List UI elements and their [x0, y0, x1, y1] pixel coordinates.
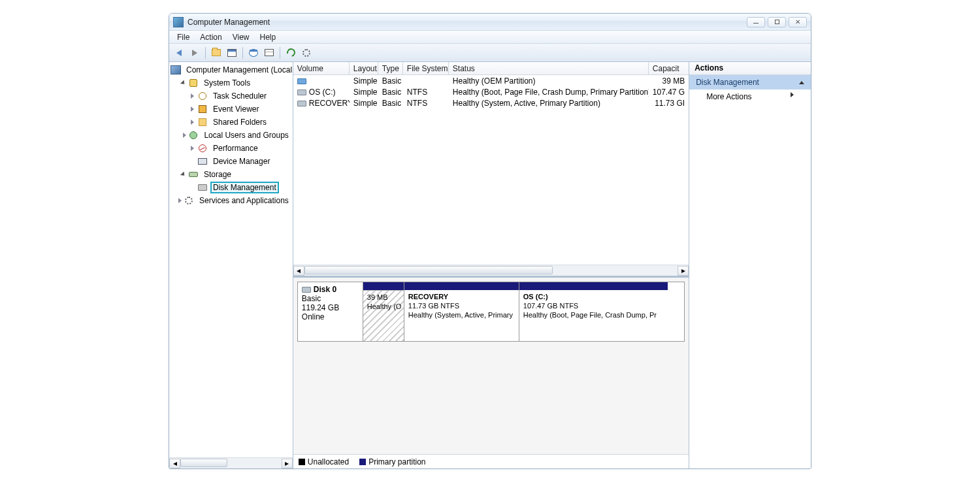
up-button[interactable] — [209, 46, 223, 60]
event-icon — [199, 105, 206, 113]
partition[interactable]: OS (C:)107.47 GB NTFSHealthy (Boot, Page… — [519, 282, 668, 341]
partition-bar — [363, 282, 404, 290]
refresh-icon — [285, 47, 297, 59]
scroll-thumb[interactable] — [304, 266, 553, 274]
arrow-right-icon — [192, 50, 197, 56]
partition[interactable]: RECOVERY11.73 GB NTFSHealthy (System, Ac… — [404, 282, 519, 341]
tree-shared-folders[interactable]: Shared Folders — [169, 116, 293, 129]
tree-root[interactable]: Computer Management (Local — [169, 63, 293, 76]
volume-icon — [297, 101, 306, 106]
expander-spacer — [189, 184, 196, 191]
tree-event-viewer[interactable]: Event Viewer — [169, 103, 293, 116]
scroll-right-button[interactable]: ▸ — [678, 266, 689, 276]
disk-icon — [198, 184, 207, 191]
menu-action[interactable]: Action — [195, 31, 227, 43]
list-button[interactable] — [262, 46, 276, 60]
close-button[interactable]: ✕ — [789, 17, 807, 27]
actions-panel: Actions Disk Management More Actions — [689, 62, 811, 468]
volume-row[interactable]: OS (C:)SimpleBasicNTFSHealthy (Boot, Pag… — [293, 86, 689, 97]
scroll-left-button[interactable]: ◂ — [293, 266, 304, 276]
volume-header: Volume Layout Type File System Status Ca… — [293, 62, 689, 75]
expander-icon[interactable] — [189, 145, 196, 152]
expander-icon[interactable] — [177, 197, 182, 204]
volume-scrollbar[interactable]: ◂ ▸ — [293, 265, 689, 276]
col-layout[interactable]: Layout — [350, 62, 378, 74]
performance-icon — [199, 144, 206, 152]
list-icon — [265, 49, 274, 56]
storage-icon — [189, 172, 198, 177]
tree-scrollbar[interactable]: ◂ ▸ — [169, 457, 293, 468]
disk-area-fill — [293, 342, 689, 454]
scroll-left-button[interactable]: ◂ — [169, 459, 180, 468]
expander-icon[interactable] — [182, 132, 187, 139]
refresh-button[interactable] — [284, 46, 298, 60]
users-icon — [189, 131, 197, 139]
volume-row[interactable]: SimpleBasicHealthy (OEM Partition)39 MB — [293, 75, 689, 86]
help-button[interactable] — [246, 46, 261, 60]
expander-icon[interactable] — [189, 93, 196, 100]
partition-body: 39 MBHealthy (O — [363, 290, 404, 341]
arrow-left-icon — [176, 50, 182, 56]
menubar: File Action View Help — [169, 31, 811, 44]
scroll-track[interactable] — [180, 459, 282, 468]
expander-icon[interactable] — [189, 106, 196, 113]
volume-list: SimpleBasicHealthy (OEM Partition)39 MBO… — [293, 75, 689, 265]
tree-storage[interactable]: Storage — [169, 168, 293, 181]
disk-size: 119.24 GB — [302, 303, 359, 312]
tree-performance[interactable]: Performance — [169, 142, 293, 155]
forward-button[interactable] — [188, 46, 202, 60]
window-controls: ✕ — [747, 17, 807, 27]
col-capacity[interactable]: Capacit — [649, 62, 689, 74]
tree-disk-management[interactable]: Disk Management — [169, 181, 293, 194]
tree-device-manager[interactable]: Device Manager — [169, 155, 293, 168]
tree-system-tools[interactable]: System Tools — [169, 76, 293, 90]
folder-icon — [199, 118, 206, 126]
disk-graphic-area: Disk 0 Basic 119.24 GB Online 39 MBHealt… — [293, 276, 689, 468]
tree-local-users[interactable]: Local Users and Groups — [169, 129, 293, 142]
settings-button[interactable] — [299, 46, 314, 60]
action-disk-management[interactable]: Disk Management — [689, 75, 811, 90]
toolbar-separator — [205, 47, 206, 59]
window-title: Computer Management — [188, 18, 747, 27]
scroll-right-button[interactable]: ▸ — [282, 459, 293, 468]
properties-button[interactable] — [225, 46, 239, 60]
disk-title: Disk 0 — [314, 285, 336, 294]
minimize-button[interactable] — [747, 17, 765, 27]
tree-task-scheduler[interactable]: Task Scheduler — [169, 90, 293, 103]
toolbar-separator — [242, 47, 243, 59]
expander-icon[interactable] — [180, 80, 187, 87]
col-volume[interactable]: Volume — [293, 62, 350, 74]
actions-header: Actions — [689, 62, 811, 75]
disk-row[interactable]: Disk 0 Basic 119.24 GB Online 39 MBHealt… — [297, 282, 685, 342]
app-icon — [173, 17, 184, 27]
tools-icon — [189, 79, 197, 87]
maximize-button[interactable] — [768, 17, 786, 27]
action-more-actions[interactable]: More Actions — [689, 90, 811, 104]
partition[interactable]: 39 MBHealthy (O — [363, 282, 404, 341]
partition-bar — [404, 282, 519, 290]
back-button[interactable] — [172, 46, 186, 60]
volume-row[interactable]: RECOVERYSimpleBasicNTFSHealthy (System, … — [293, 97, 689, 108]
menu-help[interactable]: Help — [255, 31, 282, 43]
body: Computer Management (Local System Tools … — [169, 62, 811, 468]
expander-icon[interactable] — [180, 171, 187, 178]
tree-services-apps[interactable]: Services and Applications — [169, 194, 293, 207]
volume-icon — [297, 90, 306, 95]
menu-view[interactable]: View — [227, 31, 255, 43]
menu-file[interactable]: File — [172, 31, 195, 43]
expander-spacer — [189, 158, 196, 165]
partition-bar — [519, 282, 668, 290]
col-type[interactable]: Type — [378, 62, 403, 74]
col-status[interactable]: Status — [449, 62, 649, 74]
col-fs[interactable]: File System — [403, 62, 449, 74]
scroll-track[interactable] — [304, 266, 678, 276]
titlebar: Computer Management ✕ — [169, 14, 811, 31]
expander-icon[interactable] — [189, 119, 196, 126]
properties-icon — [227, 49, 237, 57]
scroll-thumb[interactable] — [180, 459, 227, 467]
swatch-primary-icon — [359, 459, 366, 465]
volume-icon — [297, 78, 306, 84]
device-manager-icon — [198, 158, 207, 165]
clock-icon — [199, 92, 206, 100]
toolbar — [169, 44, 811, 62]
